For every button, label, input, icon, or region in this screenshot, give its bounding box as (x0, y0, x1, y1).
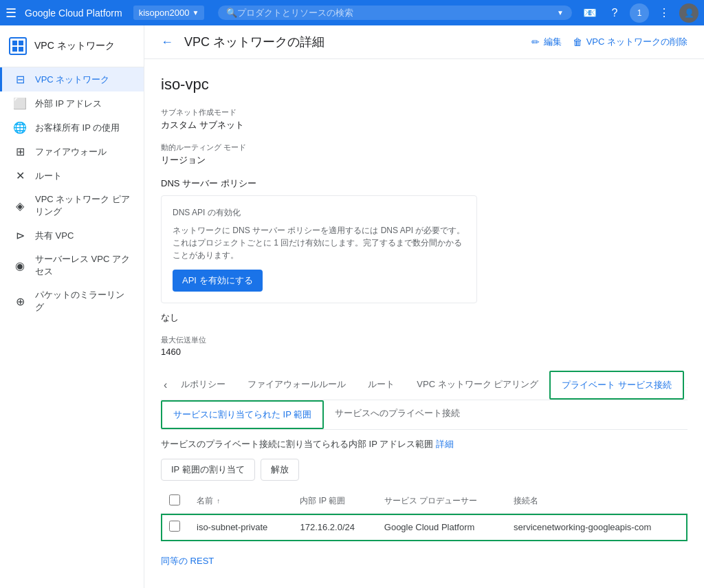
search-dropdown-icon[interactable]: ▼ (557, 9, 564, 17)
sidebar-header: VPC ネットワーク (0, 25, 144, 67)
sort-icon: ↑ (217, 497, 220, 505)
mtu-value: 1460 (161, 347, 688, 357)
row-connection-name: servicenetworking-googleapis-com (505, 514, 688, 541)
mtu-label: 最大伝送単位 (161, 335, 688, 345)
col-header-name: 名前 ↑ (188, 489, 292, 514)
nashi-text: なし (161, 312, 688, 324)
dns-box-title: DNS API の有効化 (173, 207, 465, 219)
row-checkbox[interactable] (169, 521, 180, 532)
resource-title: iso-vpc (161, 76, 688, 94)
sidebar-label-vpc-peering: VPC ネットワーク ピアリング (35, 193, 133, 218)
dns-section-label: DNS サーバー ポリシー (161, 177, 688, 190)
table-description: サービスのプライベート接続に割り当てられる内部 IP アドレス範囲 詳細 (161, 438, 688, 450)
delete-button[interactable]: 🗑 VPC ネットワークの削除 (573, 36, 688, 48)
sidebar-item-customer-ip[interactable]: 🌐 お客様所有 IP の使用 (0, 116, 144, 140)
sidebar-label-external-ip: 外部 IP アドレス (35, 98, 102, 110)
tab-routes[interactable]: ルート (357, 371, 406, 399)
table-row: iso-subnet-private 172.16.2.0/24 Google … (161, 514, 688, 541)
release-button[interactable]: 解放 (261, 459, 299, 481)
rest-link[interactable]: 同等の REST (161, 556, 214, 566)
sidebar-label-serverless-vpc: サーバーレス VPC アクセス (35, 253, 133, 278)
serverless-vpc-icon: ◉ (13, 259, 27, 272)
enable-api-button[interactable]: API を有効にする (173, 270, 263, 292)
table-actions: IP 範囲の割り当て 解放 (161, 459, 688, 481)
sidebar-item-serverless-vpc[interactable]: ◉ サーバーレス VPC アクセス (0, 248, 144, 283)
routing-mode-section: 動的ルーティング モード リージョン (161, 142, 688, 166)
search-input[interactable] (237, 8, 551, 18)
sidebar-label-firewall: ファイアウォール (35, 146, 107, 158)
more-options-icon[interactable]: ⋮ (654, 3, 674, 23)
search-icon: 🔍 (226, 8, 237, 18)
main-content: ← VPC ネットワークの詳細 ✏ 編集 🗑 VPC ネットワークの削除 iso… (144, 25, 704, 588)
customer-ip-icon: 🌐 (13, 121, 27, 134)
sidebar-label-vpc-network: VPC ネットワーク (35, 74, 109, 86)
vpc-network-icon: ⊟ (13, 73, 27, 86)
tab-prev-button[interactable]: ‹ (161, 373, 170, 397)
page-title: VPC ネットワークの詳細 (184, 34, 520, 50)
sidebar-item-firewall[interactable]: ⊞ ファイアウォール (0, 140, 144, 164)
dns-box-text: ネットワークに DNS サーバー ポリシーを適用するには DNS API が必要… (173, 224, 465, 261)
sidebar-label-shared-vpc: 共有 VPC (35, 230, 74, 242)
project-selector[interactable]: kisopon2000 ▼ (133, 6, 205, 20)
tab-vpc-peering[interactable]: VPC ネットワーク ピアリング (406, 371, 549, 399)
badge-icon[interactable]: 1 (630, 3, 649, 23)
shared-vpc-icon: ⊳ (13, 229, 27, 242)
subnet-mode-section: サブネット作成モード カスタム サブネット (161, 107, 688, 131)
rest-link-section: 同等の REST (161, 555, 688, 567)
row-name: iso-subnet-private (188, 514, 292, 541)
sidebar-label-customer-ip: お客様所有 IP の使用 (35, 122, 120, 134)
sidebar-item-shared-vpc[interactable]: ⊳ 共有 VPC (0, 224, 144, 248)
routing-mode-value: リージョン (161, 154, 688, 166)
sidebar-label-routes: ルート (35, 170, 62, 182)
page-header: ← VPC ネットワークの詳細 ✏ 編集 🗑 VPC ネットワークの削除 (144, 25, 704, 59)
sub-tabs-container: サービスに割り当てられた IP 範囲 サービスへのプライベート接続 (161, 400, 688, 430)
sub-tab-ip-ranges[interactable]: サービスに割り当てられた IP 範囲 (161, 400, 324, 429)
brand-label: Google Cloud Platform (25, 8, 122, 19)
menu-icon[interactable]: ☰ (6, 6, 16, 21)
content-area: iso-vpc サブネット作成モード カスタム サブネット 動的ルーティング モ… (144, 59, 704, 584)
svg-rect-2 (19, 41, 23, 45)
edit-label: 編集 (544, 36, 562, 48)
col-header-checkbox (161, 489, 188, 514)
row-ip-range: 172.16.2.0/24 (292, 514, 375, 541)
tab-next-button[interactable]: › (684, 373, 688, 397)
search-bar: 🔍 ▼ (218, 6, 572, 20)
tab-private-service[interactable]: プライベート サービス接続 (549, 371, 684, 400)
sidebar-item-vpc-network[interactable]: ⊟ VPC ネットワーク (0, 67, 144, 91)
sidebar-item-packet-mirroring[interactable]: ⊕ パケットのミラーリング (0, 283, 144, 319)
routing-mode-label: 動的ルーティング モード (161, 142, 688, 153)
tab-firewall-rules[interactable]: ファイアウォールルール (236, 371, 357, 399)
avatar[interactable]: 👤 (679, 3, 698, 23)
sidebar-item-routes[interactable]: ✕ ルート (0, 164, 144, 188)
row-service-producer: Google Cloud Platform (376, 514, 505, 541)
tab-subnet-policy[interactable]: ルポリシー (170, 371, 236, 399)
back-button[interactable]: ← (161, 35, 173, 50)
routes-icon: ✕ (13, 169, 27, 182)
sidebar: VPC ネットワーク ⊟ VPC ネットワーク ⬜ 外部 IP アドレス 🌐 お… (0, 25, 144, 588)
page-actions: ✏ 編集 🗑 VPC ネットワークの削除 (531, 36, 688, 48)
header-icons: 📧 ? 1 ⋮ 👤 (580, 3, 698, 23)
app-layout: VPC ネットワーク ⊟ VPC ネットワーク ⬜ 外部 IP アドレス 🌐 お… (0, 25, 704, 588)
svg-rect-3 (12, 47, 17, 52)
help-icon[interactable]: ? (605, 3, 624, 23)
sidebar-title: VPC ネットワーク (34, 40, 115, 52)
firewall-icon: ⊞ (13, 145, 27, 158)
select-all-checkbox[interactable] (169, 494, 180, 505)
edit-button[interactable]: ✏ 編集 (531, 36, 562, 48)
tabs-container: ‹ ルポリシー ファイアウォールルール ルート VPC ネットワーク ピアリング… (161, 371, 688, 400)
assign-ip-button[interactable]: IP 範囲の割り当て (161, 459, 255, 481)
table-desc-link[interactable]: 詳細 (436, 439, 454, 449)
dns-policy-box: DNS API の有効化 ネットワークに DNS サーバー ポリシーを適用するに… (161, 195, 477, 303)
notification-icon[interactable]: 📧 (580, 3, 600, 23)
project-name: kisopon2000 (139, 8, 190, 18)
top-header: ☰ Google Cloud Platform kisopon2000 ▼ 🔍 … (0, 0, 704, 25)
svg-rect-4 (19, 47, 23, 52)
svg-rect-0 (10, 38, 26, 54)
sub-tab-private-connection[interactable]: サービスへのプライベート接続 (324, 400, 471, 429)
packet-mirroring-icon: ⊕ (13, 295, 27, 308)
sidebar-item-vpc-peering[interactable]: ◈ VPC ネットワーク ピアリング (0, 188, 144, 224)
vpc-logo-icon (8, 36, 28, 56)
col-header-ip-range: 内部 IP 範囲 (292, 489, 375, 514)
sidebar-item-external-ip[interactable]: ⬜ 外部 IP アドレス (0, 91, 144, 116)
subnet-mode-value: カスタム サブネット (161, 119, 688, 131)
